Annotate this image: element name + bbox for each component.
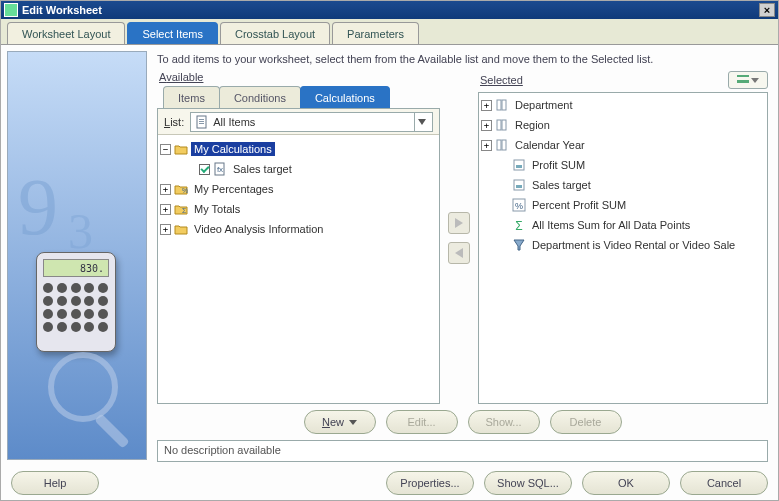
items-icon [195,115,209,129]
properties-button[interactable]: Properties... [386,471,474,495]
svg-text:fx: fx [217,165,223,174]
move-left-button[interactable] [448,242,470,264]
axis-icon [495,118,509,132]
tab-parameters[interactable]: Parameters [332,22,419,44]
chevron-down-icon [349,420,357,425]
svg-rect-13 [497,120,501,130]
available-tree[interactable]: − My Calculations fx [158,135,439,403]
selected-percent-profit-sum[interactable]: Percent Profit SUM [529,198,629,212]
app-icon [4,3,18,17]
available-subtabs: Items Conditions Calculations [163,86,440,108]
available-label: Available [159,71,203,83]
svg-marker-24 [514,240,524,250]
view-mode-button[interactable] [728,71,768,89]
top-tab-bar: Worksheet Layout Select Items Crosstab L… [1,19,778,45]
axis-icon [495,98,509,112]
help-button[interactable]: Help [11,471,99,495]
folder-icon: % [174,182,188,196]
selected-label: Selected [480,74,523,86]
svg-rect-2 [199,121,204,122]
svg-rect-14 [502,120,506,130]
cancel-button[interactable]: Cancel [680,471,768,495]
subtab-calculations[interactable]: Calculations [300,86,390,108]
axis-icon [495,138,509,152]
selected-tree[interactable]: + Department + Region + Calendar [478,92,768,404]
tree-node-sales-target[interactable]: Sales target [230,162,295,176]
show-button[interactable]: Show... [468,410,540,434]
instruction-text: To add items to your worksheet, select t… [157,53,768,65]
svg-rect-20 [516,185,522,188]
expander-icon[interactable]: + [481,120,492,131]
measure-icon [512,158,526,172]
sigma-icon: Σ [512,218,526,232]
tree-node-my-percentages[interactable]: My Percentages [191,182,276,196]
svg-rect-3 [199,123,204,124]
tree-node-video-analysis[interactable]: Video Analysis Information [191,222,326,236]
tab-crosstab-layout[interactable]: Crosstab Layout [220,22,330,44]
dialog-footer: Help Properties... Show SQL... OK Cancel [1,466,778,500]
new-button[interactable]: New [304,410,376,434]
expander-icon[interactable]: − [160,144,171,155]
list-combo-value: All Items [213,116,255,128]
folder-icon: Σ [174,202,188,216]
chevron-down-icon[interactable] [414,113,428,131]
svg-rect-18 [516,165,522,168]
expander-icon[interactable]: + [160,184,171,195]
svg-text:Σ: Σ [182,207,187,214]
expander-icon[interactable]: + [481,140,492,151]
expander-icon[interactable]: + [481,100,492,111]
delete-button[interactable]: Delete [550,410,622,434]
subtab-conditions[interactable]: Conditions [219,86,301,108]
svg-marker-4 [418,119,426,125]
selected-condition[interactable]: Department is Video Rental or Video Sale [529,238,738,252]
decorative-sidebar: 9 3 830. [7,51,147,460]
tree-node-my-totals[interactable]: My Totals [191,202,243,216]
svg-rect-11 [497,100,501,110]
list-icon [737,75,749,83]
svg-text:%: % [515,201,523,211]
item-action-row: New Edit... Show... Delete [157,404,768,438]
window-title: Edit Worksheet [22,4,102,16]
expander-icon[interactable]: + [160,224,171,235]
title-bar: Edit Worksheet × [1,1,778,19]
move-right-button[interactable] [448,212,470,234]
filter-icon [512,238,526,252]
checkbox-icon[interactable] [199,164,210,175]
svg-rect-15 [497,140,501,150]
svg-rect-16 [502,140,506,150]
tab-worksheet-layout[interactable]: Worksheet Layout [7,22,125,44]
measure-icon [512,178,526,192]
tree-node-my-calculations[interactable]: My Calculations [191,142,275,156]
selected-calendar-year[interactable]: Calendar Year [512,138,588,152]
ok-button[interactable]: OK [582,471,670,495]
magnifier-image [48,352,118,422]
edit-button[interactable]: Edit... [386,410,458,434]
folder-icon [174,222,188,236]
selected-all-items-sum[interactable]: All Items Sum for All Data Points [529,218,693,232]
svg-marker-9 [455,218,463,228]
percent-icon: % [512,198,526,212]
transfer-buttons [444,71,474,404]
svg-text:%: % [182,187,188,194]
folder-icon [174,142,188,156]
show-sql-button[interactable]: Show SQL... [484,471,572,495]
close-icon[interactable]: × [759,3,775,17]
list-combo[interactable]: All Items [190,112,433,132]
list-label: List: [164,116,184,128]
tab-select-items[interactable]: Select Items [127,22,218,44]
subtab-items[interactable]: Items [163,86,220,108]
selected-profit-sum[interactable]: Profit SUM [529,158,588,172]
selected-region[interactable]: Region [512,118,553,132]
svg-rect-12 [502,100,506,110]
description-box: No description available [157,440,768,462]
selected-sales-target[interactable]: Sales target [529,178,594,192]
selected-department[interactable]: Department [512,98,575,112]
calc-item-icon: fx [213,162,227,176]
expander-icon[interactable]: + [160,204,171,215]
chevron-down-icon [751,78,759,83]
svg-rect-1 [199,119,204,120]
calculator-image: 830. [36,252,116,352]
svg-text:Σ: Σ [515,219,522,232]
svg-marker-10 [455,248,463,258]
